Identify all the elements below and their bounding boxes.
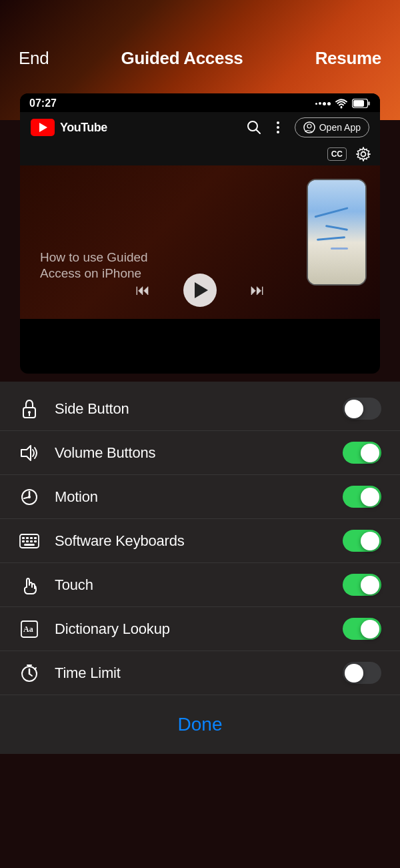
- motion-label: Motion: [55, 488, 328, 506]
- side-button-label: Side Button: [55, 400, 328, 418]
- software-keyboards-row: Software Keyboards: [0, 519, 400, 563]
- done-button[interactable]: Done: [178, 714, 223, 735]
- battery-icon: [352, 99, 371, 108]
- more-icon[interactable]: [271, 120, 285, 135]
- signal-dots-icon: [315, 102, 331, 105]
- svg-point-29: [30, 582, 31, 583]
- volume-buttons-row: Volume Buttons: [0, 431, 400, 475]
- time-limit-label: Time Limit: [55, 665, 328, 682]
- user-circle-icon: [303, 121, 315, 133]
- status-time: 07:27: [29, 97, 57, 109]
- motion-icon: [19, 486, 40, 508]
- side-button-row: Side Button: [0, 387, 400, 431]
- youtube-logo-text: YouTube: [60, 121, 107, 135]
- svg-rect-3: [353, 100, 364, 107]
- timer-icon: [19, 663, 40, 684]
- svg-text:Aa: Aa: [23, 624, 33, 634]
- svg-rect-20: [26, 537, 29, 539]
- page-title: Guided Access: [121, 48, 243, 69]
- touch-icon: [19, 574, 40, 596]
- status-bar: 07:27: [20, 93, 380, 112]
- video-container: 07:27: [20, 93, 380, 374]
- svg-point-0: [341, 106, 343, 108]
- motion-toggle[interactable]: [343, 486, 381, 508]
- dictionary-lookup-label: Dictionary Lookup: [55, 620, 328, 638]
- svg-rect-21: [30, 537, 33, 539]
- keyboard-icon: [19, 530, 40, 552]
- dictionary-lookup-row: Aa Dictionary Lookup: [0, 607, 400, 651]
- touch-toggle[interactable]: [343, 574, 381, 596]
- skip-next-button[interactable]: ⏭: [250, 282, 265, 299]
- time-limit-toggle[interactable]: [343, 662, 381, 684]
- video-main-area[interactable]: How to use Guided Access on iPhone ⏮ ⏭: [20, 165, 380, 319]
- svg-point-11: [361, 152, 366, 157]
- svg-rect-23: [22, 540, 25, 542]
- svg-line-5: [256, 130, 260, 134]
- search-icon[interactable]: [247, 120, 261, 135]
- phone-thumbnail: [307, 179, 367, 286]
- youtube-logo-icon: [31, 119, 55, 136]
- open-app-label: Open App: [319, 122, 361, 133]
- wifi-icon: [335, 99, 348, 109]
- svg-point-7: [277, 126, 279, 129]
- svg-point-28: [27, 578, 29, 579]
- open-app-button[interactable]: Open App: [295, 117, 369, 137]
- volume-buttons-toggle[interactable]: [343, 442, 381, 464]
- svg-point-8: [277, 131, 279, 133]
- play-button[interactable]: [183, 274, 217, 307]
- settings-gear-icon[interactable]: [356, 147, 371, 161]
- lock-icon: [19, 398, 40, 420]
- done-area: Done: [0, 695, 400, 754]
- svg-point-6: [277, 121, 279, 124]
- svg-rect-24: [26, 540, 29, 542]
- volume-icon: [19, 442, 40, 464]
- touch-row: Touch: [0, 563, 400, 607]
- nav-icons: Open App: [247, 117, 369, 137]
- end-button[interactable]: End: [19, 48, 49, 69]
- time-limit-row: Time Limit: [0, 651, 400, 695]
- software-keyboards-toggle[interactable]: [343, 530, 381, 552]
- svg-rect-2: [368, 101, 370, 105]
- skip-prev-button[interactable]: ⏮: [135, 282, 150, 299]
- svg-point-10: [307, 124, 311, 128]
- resume-button[interactable]: Resume: [315, 48, 381, 69]
- cc-button[interactable]: CC: [327, 147, 347, 161]
- dictionary-icon: Aa: [19, 618, 40, 640]
- svg-rect-27: [24, 544, 35, 546]
- svg-rect-19: [22, 537, 25, 539]
- side-button-toggle[interactable]: [343, 398, 381, 420]
- touch-label: Touch: [55, 576, 328, 594]
- motion-row: Motion: [0, 475, 400, 519]
- video-controls-bar: CC: [20, 143, 380, 165]
- svg-rect-25: [30, 540, 33, 542]
- youtube-logo: YouTube: [31, 119, 107, 136]
- svg-point-17: [28, 496, 31, 498]
- svg-rect-22: [34, 537, 37, 539]
- playback-controls: ⏮ ⏭: [20, 274, 380, 319]
- volume-buttons-label: Volume Buttons: [55, 444, 328, 462]
- status-icons: [315, 99, 371, 109]
- svg-marker-15: [21, 446, 31, 460]
- youtube-nav-bar: YouTube Open App: [20, 112, 380, 143]
- svg-rect-26: [34, 540, 37, 542]
- settings-panel: Side Button Volume Buttons: [0, 382, 400, 754]
- software-keyboards-label: Software Keyboards: [55, 532, 328, 550]
- dictionary-lookup-toggle[interactable]: [343, 618, 381, 640]
- guided-access-header: End Guided Access Resume: [0, 0, 400, 93]
